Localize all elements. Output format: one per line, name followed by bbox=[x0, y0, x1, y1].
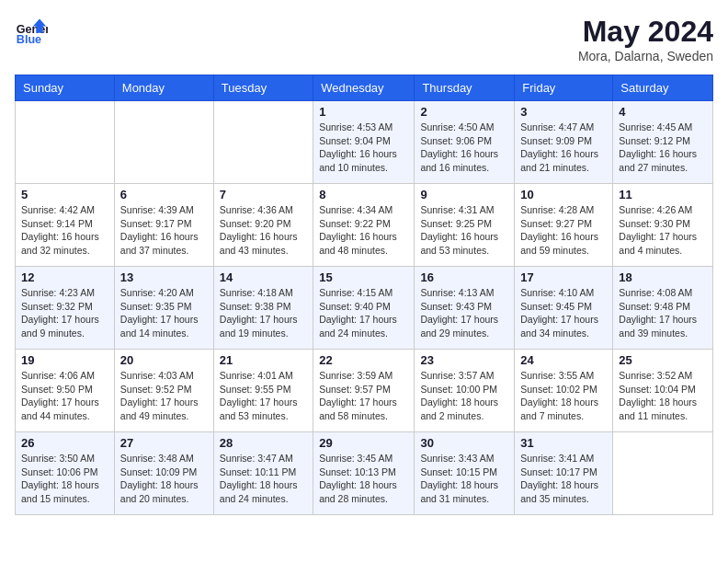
day-info: Sunrise: 4:39 AM Sunset: 9:17 PM Dayligh… bbox=[120, 203, 208, 258]
day-number: 1 bbox=[319, 105, 408, 119]
day-info: Sunrise: 3:59 AM Sunset: 9:57 PM Dayligh… bbox=[319, 369, 408, 423]
day-info: Sunrise: 3:43 AM Sunset: 10:15 PM Daylig… bbox=[420, 452, 508, 506]
day-info: Sunrise: 4:18 AM Sunset: 9:38 PM Dayligh… bbox=[220, 286, 307, 340]
weekday-header-cell: Wednesday bbox=[313, 75, 415, 101]
calendar-day-cell: 26Sunrise: 3:50 AM Sunset: 10:06 PM Dayl… bbox=[16, 432, 115, 515]
calendar-day-cell: 23Sunrise: 3:57 AM Sunset: 10:00 PM Dayl… bbox=[415, 350, 515, 432]
day-info: Sunrise: 3:52 AM Sunset: 10:04 PM Daylig… bbox=[619, 369, 707, 423]
weekday-header-cell: Tuesday bbox=[213, 75, 313, 101]
day-info: Sunrise: 4:03 AM Sunset: 9:52 PM Dayligh… bbox=[120, 369, 208, 423]
day-number: 30 bbox=[420, 436, 508, 450]
day-info: Sunrise: 4:34 AM Sunset: 9:22 PM Dayligh… bbox=[319, 203, 408, 258]
day-number: 15 bbox=[319, 270, 408, 284]
day-number: 6 bbox=[120, 188, 208, 201]
location-subtitle: Mora, Dalarna, Sweden bbox=[578, 49, 713, 63]
day-number: 18 bbox=[619, 270, 707, 284]
calendar-day-cell: 21Sunrise: 4:01 AM Sunset: 9:55 PM Dayli… bbox=[213, 350, 313, 432]
day-info: Sunrise: 4:31 AM Sunset: 9:25 PM Dayligh… bbox=[420, 203, 508, 258]
calendar-day-cell: 17Sunrise: 4:10 AM Sunset: 9:45 PM Dayli… bbox=[515, 267, 613, 350]
calendar-body: 1Sunrise: 4:53 AM Sunset: 9:04 PM Daylig… bbox=[16, 101, 713, 515]
day-info: Sunrise: 4:20 AM Sunset: 9:35 PM Dayligh… bbox=[120, 286, 208, 340]
day-number: 8 bbox=[319, 188, 408, 201]
day-info: Sunrise: 3:55 AM Sunset: 10:02 PM Daylig… bbox=[520, 369, 607, 423]
day-info: Sunrise: 4:28 AM Sunset: 9:27 PM Dayligh… bbox=[520, 203, 607, 258]
calendar-week-row: 1Sunrise: 4:53 AM Sunset: 9:04 PM Daylig… bbox=[16, 101, 713, 184]
day-number: 17 bbox=[520, 270, 607, 284]
calendar-day-cell: 9Sunrise: 4:31 AM Sunset: 9:25 PM Daylig… bbox=[415, 184, 515, 267]
day-number: 31 bbox=[520, 436, 607, 450]
calendar-day-cell: 13Sunrise: 4:20 AM Sunset: 9:35 PM Dayli… bbox=[114, 267, 213, 350]
day-info: Sunrise: 3:48 AM Sunset: 10:09 PM Daylig… bbox=[120, 452, 208, 506]
calendar-day-cell: 22Sunrise: 3:59 AM Sunset: 9:57 PM Dayli… bbox=[313, 350, 415, 432]
calendar-day-cell: 5Sunrise: 4:42 AM Sunset: 9:14 PM Daylig… bbox=[16, 184, 115, 267]
calendar-day-cell: 29Sunrise: 3:45 AM Sunset: 10:13 PM Dayl… bbox=[313, 432, 415, 515]
day-info: Sunrise: 4:08 AM Sunset: 9:48 PM Dayligh… bbox=[619, 286, 707, 340]
day-info: Sunrise: 3:57 AM Sunset: 10:00 PM Daylig… bbox=[420, 369, 508, 423]
day-number: 12 bbox=[21, 270, 108, 284]
calendar-day-cell: 15Sunrise: 4:15 AM Sunset: 9:40 PM Dayli… bbox=[313, 267, 415, 350]
calendar-week-row: 26Sunrise: 3:50 AM Sunset: 10:06 PM Dayl… bbox=[16, 432, 713, 515]
calendar-table: SundayMondayTuesdayWednesdayThursdayFrid… bbox=[15, 75, 713, 515]
day-info: Sunrise: 4:01 AM Sunset: 9:55 PM Dayligh… bbox=[220, 369, 307, 423]
day-number: 22 bbox=[319, 353, 408, 367]
day-number: 13 bbox=[120, 270, 208, 284]
page-header: General Blue May 2024 Mora, Dalarna, Swe… bbox=[15, 15, 713, 63]
weekday-header-cell: Thursday bbox=[415, 75, 515, 101]
day-info: Sunrise: 4:36 AM Sunset: 9:20 PM Dayligh… bbox=[220, 203, 307, 258]
day-info: Sunrise: 4:23 AM Sunset: 9:32 PM Dayligh… bbox=[21, 286, 108, 340]
calendar-day-cell: 28Sunrise: 3:47 AM Sunset: 10:11 PM Dayl… bbox=[213, 432, 313, 515]
calendar-day-cell: 4Sunrise: 4:45 AM Sunset: 9:12 PM Daylig… bbox=[613, 101, 713, 184]
day-info: Sunrise: 4:26 AM Sunset: 9:30 PM Dayligh… bbox=[619, 203, 707, 258]
day-number: 19 bbox=[21, 353, 108, 367]
day-number: 2 bbox=[420, 105, 508, 119]
weekday-header-cell: Friday bbox=[515, 75, 613, 101]
day-info: Sunrise: 4:50 AM Sunset: 9:06 PM Dayligh… bbox=[420, 121, 508, 175]
weekday-header-row: SundayMondayTuesdayWednesdayThursdayFrid… bbox=[16, 75, 713, 101]
day-number: 28 bbox=[220, 436, 307, 450]
calendar-day-cell bbox=[16, 101, 115, 184]
calendar-day-cell: 31Sunrise: 3:41 AM Sunset: 10:17 PM Dayl… bbox=[515, 432, 613, 515]
calendar-week-row: 12Sunrise: 4:23 AM Sunset: 9:32 PM Dayli… bbox=[16, 267, 713, 350]
calendar-day-cell: 14Sunrise: 4:18 AM Sunset: 9:38 PM Dayli… bbox=[213, 267, 313, 350]
calendar-day-cell bbox=[213, 101, 313, 184]
calendar-day-cell: 12Sunrise: 4:23 AM Sunset: 9:32 PM Dayli… bbox=[16, 267, 115, 350]
day-number: 5 bbox=[21, 188, 108, 201]
title-block: May 2024 Mora, Dalarna, Sweden bbox=[578, 15, 713, 63]
calendar-week-row: 5Sunrise: 4:42 AM Sunset: 9:14 PM Daylig… bbox=[16, 184, 713, 267]
day-info: Sunrise: 4:42 AM Sunset: 9:14 PM Dayligh… bbox=[21, 203, 108, 258]
day-number: 27 bbox=[120, 436, 208, 450]
calendar-day-cell: 20Sunrise: 4:03 AM Sunset: 9:52 PM Dayli… bbox=[114, 350, 213, 432]
calendar-day-cell: 11Sunrise: 4:26 AM Sunset: 9:30 PM Dayli… bbox=[613, 184, 713, 267]
calendar-day-cell: 24Sunrise: 3:55 AM Sunset: 10:02 PM Dayl… bbox=[515, 350, 613, 432]
day-number: 9 bbox=[420, 188, 508, 201]
day-info: Sunrise: 3:50 AM Sunset: 10:06 PM Daylig… bbox=[21, 452, 108, 506]
day-number: 4 bbox=[619, 105, 707, 119]
calendar-day-cell: 8Sunrise: 4:34 AM Sunset: 9:22 PM Daylig… bbox=[313, 184, 415, 267]
day-number: 23 bbox=[420, 353, 508, 367]
day-info: Sunrise: 4:47 AM Sunset: 9:09 PM Dayligh… bbox=[520, 121, 607, 175]
calendar-day-cell: 2Sunrise: 4:50 AM Sunset: 9:06 PM Daylig… bbox=[415, 101, 515, 184]
day-info: Sunrise: 4:13 AM Sunset: 9:43 PM Dayligh… bbox=[420, 286, 508, 340]
weekday-header-cell: Sunday bbox=[16, 75, 115, 101]
calendar-day-cell: 25Sunrise: 3:52 AM Sunset: 10:04 PM Dayl… bbox=[613, 350, 713, 432]
day-number: 20 bbox=[120, 353, 208, 367]
calendar-day-cell: 6Sunrise: 4:39 AM Sunset: 9:17 PM Daylig… bbox=[114, 184, 213, 267]
day-info: Sunrise: 3:47 AM Sunset: 10:11 PM Daylig… bbox=[220, 452, 307, 506]
calendar-day-cell: 19Sunrise: 4:06 AM Sunset: 9:50 PM Dayli… bbox=[16, 350, 115, 432]
calendar-day-cell: 30Sunrise: 3:43 AM Sunset: 10:15 PM Dayl… bbox=[415, 432, 515, 515]
day-number: 7 bbox=[220, 188, 307, 201]
day-info: Sunrise: 4:10 AM Sunset: 9:45 PM Dayligh… bbox=[520, 286, 607, 340]
calendar-day-cell bbox=[613, 432, 713, 515]
calendar-day-cell: 3Sunrise: 4:47 AM Sunset: 9:09 PM Daylig… bbox=[515, 101, 613, 184]
day-info: Sunrise: 3:41 AM Sunset: 10:17 PM Daylig… bbox=[520, 452, 607, 506]
day-number: 26 bbox=[21, 436, 108, 450]
day-number: 3 bbox=[520, 105, 607, 119]
calendar-day-cell: 27Sunrise: 3:48 AM Sunset: 10:09 PM Dayl… bbox=[114, 432, 213, 515]
day-number: 11 bbox=[619, 188, 707, 201]
logo-icon: General Blue bbox=[15, 15, 48, 48]
day-number: 29 bbox=[319, 436, 408, 450]
day-info: Sunrise: 3:45 AM Sunset: 10:13 PM Daylig… bbox=[319, 452, 408, 506]
calendar-day-cell: 7Sunrise: 4:36 AM Sunset: 9:20 PM Daylig… bbox=[213, 184, 313, 267]
day-number: 16 bbox=[420, 270, 508, 284]
day-number: 10 bbox=[520, 188, 607, 201]
